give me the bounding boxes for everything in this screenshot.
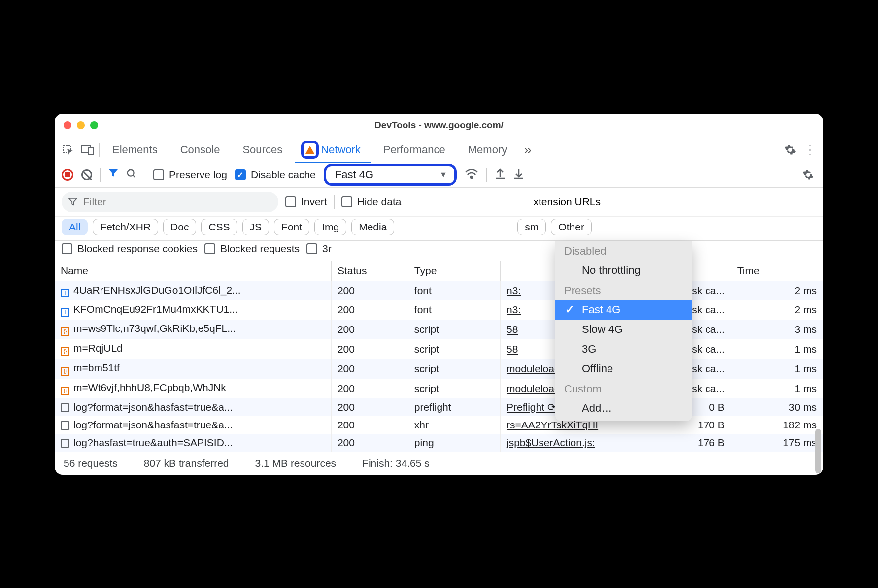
third-label: 3r	[322, 243, 332, 255]
network-settings-icon[interactable]	[800, 169, 816, 181]
invert-checkbox[interactable]: Invert	[285, 196, 327, 208]
requests-table: Name Status Type Size Time 4UaRrENHsxJlG…	[55, 261, 823, 452]
throttle-option-3g[interactable]: 3G	[555, 339, 692, 359]
table-row[interactable]: KFOmCnqEu92Fr1Mu4mxKKTU1...200fontn3:(di…	[55, 300, 823, 320]
svg-line-4	[133, 175, 135, 177]
col-time[interactable]: Time	[731, 261, 823, 281]
titlebar: DevTools - www.google.com/	[55, 114, 823, 137]
tabs-overflow-icon[interactable]: »	[520, 142, 536, 158]
file-type-icon	[61, 347, 69, 356]
record-button[interactable]	[62, 169, 73, 181]
chip-doc[interactable]: Doc	[163, 219, 196, 235]
preserve-log-checkbox[interactable]: Preserve log	[153, 169, 227, 181]
chip-css[interactable]: CSS	[201, 219, 237, 235]
settings-icon[interactable]	[782, 144, 799, 156]
col-name[interactable]: Name	[55, 261, 331, 281]
initiator-link[interactable]: jspb$UserAction.js:	[507, 437, 595, 448]
throttling-dropdown: Disabled No throttling Presets Fast 4G S…	[555, 241, 692, 421]
checkbox-icon	[306, 243, 317, 254]
third-party-checkbox[interactable]: 3r	[306, 243, 332, 255]
chip-font[interactable]: Font	[274, 219, 309, 235]
blocked-response-cookies-checkbox[interactable]: Blocked response cookies	[62, 243, 198, 255]
table-row[interactable]: m=bm51tf200scriptmoduleloader.js:58(disk…	[55, 359, 823, 379]
invert-label: Invert	[301, 196, 327, 208]
file-type-icon	[61, 403, 69, 412]
svg-rect-2	[89, 147, 94, 155]
checkbox-checked-icon	[235, 169, 246, 180]
initiator-link[interactable]: n3:	[507, 285, 521, 296]
divider	[100, 168, 101, 182]
tab-network[interactable]: Network	[295, 137, 371, 163]
throttling-select[interactable]: Fast 4G ▼	[324, 164, 457, 186]
col-status[interactable]: Status	[331, 261, 408, 281]
tab-console[interactable]: Console	[170, 137, 230, 163]
status-transferred: 807 kB transferred	[144, 457, 229, 469]
filter-input[interactable]	[83, 196, 269, 208]
chip-fetch-xhr[interactable]: Fetch/XHR	[93, 219, 158, 235]
throttle-option-no-throttling[interactable]: No throttling	[555, 261, 692, 280]
throttle-option-offline[interactable]: Offline	[555, 359, 692, 379]
search-icon[interactable]	[126, 168, 137, 182]
tab-elements[interactable]: Elements	[102, 137, 168, 163]
dropdown-caret-icon: ▼	[439, 170, 447, 179]
divider	[242, 457, 242, 470]
status-requests: 56 requests	[64, 457, 118, 469]
divider	[131, 457, 131, 470]
checkbox-icon	[285, 196, 296, 207]
file-type-icon	[61, 387, 69, 395]
divider	[349, 457, 349, 470]
throttle-option-fast-4g[interactable]: Fast 4G	[555, 300, 692, 320]
table-row[interactable]: log?hasfast=true&auth=SAPISID...200pingj…	[55, 434, 823, 452]
tab-performance[interactable]: Performance	[373, 137, 455, 163]
funnel-icon	[68, 197, 77, 206]
upload-har-icon[interactable]	[495, 168, 506, 182]
throttle-option-slow-4g[interactable]: Slow 4G	[555, 320, 692, 339]
tab-sources[interactable]: Sources	[233, 137, 292, 163]
table-row[interactable]: m=ws9Tlc,n73qwf,GkRiKb,e5qFL...200script…	[55, 320, 823, 339]
device-toggle-icon[interactable]	[79, 141, 96, 158]
table-row[interactable]: log?format=json&hasfast=true&a...200pref…	[55, 398, 823, 416]
disable-cache-checkbox[interactable]: Disable cache	[235, 169, 316, 181]
divider	[334, 195, 335, 209]
status-resources: 3.1 MB resources	[255, 457, 337, 469]
chip-img[interactable]: Img	[314, 219, 346, 235]
initiator-link[interactable]: Preflight ⟳	[507, 401, 556, 413]
blocked-requests-checkbox[interactable]: Blocked requests	[204, 243, 300, 255]
chip-all[interactable]: All	[62, 219, 88, 235]
clear-button[interactable]	[81, 169, 92, 180]
download-har-icon[interactable]	[513, 168, 524, 182]
filter-input-wrapper[interactable]	[62, 192, 278, 212]
table-row[interactable]: m=Wt6vjf,hhhU8,FCpbqb,WhJNk200scriptmodu…	[55, 379, 823, 398]
file-type-icon	[61, 421, 69, 430]
throttle-option-add[interactable]: Add…	[555, 398, 692, 418]
hide-data-label: Hide data	[357, 196, 402, 208]
hide-data-urls-checkbox[interactable]: Hide data	[341, 196, 402, 208]
chip-other[interactable]: Other	[551, 219, 592, 235]
chip-js[interactable]: JS	[242, 219, 270, 235]
initiator-link[interactable]: 58	[507, 324, 518, 335]
col-type[interactable]: Type	[408, 261, 500, 281]
chip-wasm[interactable]: sm	[517, 219, 546, 235]
dropdown-header-presets: Presets	[555, 280, 692, 300]
checkbox-icon	[62, 243, 72, 254]
file-type-icon	[61, 289, 69, 297]
divider	[486, 168, 487, 182]
wifi-icon[interactable]	[465, 168, 478, 182]
file-type-icon	[61, 367, 69, 376]
table-row[interactable]: 4UaRrENHsxJlGDuGo1OIlJfC6l_2...200fontn3…	[55, 281, 823, 300]
table-row[interactable]: m=RqjULd200script58(disk ca...1 ms	[55, 339, 823, 359]
disable-cache-label: Disable cache	[251, 169, 316, 181]
filter-toggle-icon[interactable]	[108, 168, 118, 181]
tab-memory[interactable]: Memory	[458, 137, 517, 163]
svg-point-5	[471, 176, 473, 178]
table-row[interactable]: log?format=json&hasfast=true&a...200xhrr…	[55, 416, 823, 434]
inspect-icon[interactable]	[60, 141, 76, 158]
more-menu-icon[interactable]: ⋮	[802, 142, 818, 158]
devtools-window: DevTools - www.google.com/ Elements Cons…	[55, 114, 823, 475]
window-title: DevTools - www.google.com/	[55, 120, 823, 131]
file-type-icon	[61, 439, 69, 448]
chip-media[interactable]: Media	[351, 219, 394, 235]
scrollbar-thumb[interactable]	[815, 429, 821, 473]
initiator-link[interactable]: n3:	[507, 304, 521, 315]
initiator-link[interactable]: 58	[507, 343, 518, 355]
